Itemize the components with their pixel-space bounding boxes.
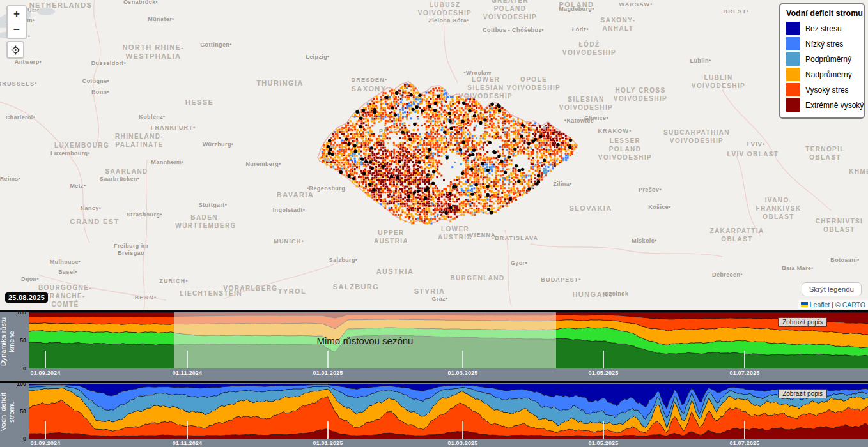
tick-mark	[327, 421, 329, 439]
legend-item: Bez stresu	[786, 22, 858, 35]
tick-mark	[187, 421, 188, 439]
tick-mark	[744, 351, 745, 368]
charts-panel: Mimo růstovou sezónu01.09.202401.11.2024…	[0, 310, 868, 447]
x-tick-label: 01.05.2025	[588, 440, 618, 446]
tick-mark	[462, 351, 463, 368]
tick-mark	[603, 421, 604, 439]
legend-swatch	[786, 37, 800, 50]
legend-item: Vysoký stres	[786, 83, 858, 96]
tick-mark	[462, 421, 463, 439]
legend-item: Podprůměrný	[786, 52, 858, 66]
x-tick-label: 01.07.2025	[729, 440, 759, 446]
off-season-label: Mimo růstovou sezónu	[317, 335, 414, 346]
legend-item-label: Nadprůměrný	[805, 70, 852, 79]
legend-item-label: Bez stresu	[805, 24, 842, 33]
tick-mark	[744, 421, 745, 439]
x-tick-label: 01.09.2024	[30, 440, 60, 446]
legend-swatch	[786, 83, 800, 96]
crosshair-icon	[11, 45, 20, 55]
water-deficit-chart[interactable]	[29, 384, 868, 439]
legend-item-label: Vysoký stres	[805, 86, 849, 95]
tick-mark	[187, 351, 188, 368]
borders-layer	[0, 0, 831, 310]
x-tick-label: 01.11.2024	[173, 370, 203, 376]
x-tick-label: 01.09.2024	[30, 370, 60, 376]
panel-divider-middle	[0, 381, 868, 383]
stacked-area-svg	[29, 384, 868, 439]
legend-item: Nadprůměrný	[786, 68, 858, 81]
locate-button[interactable]	[6, 41, 24, 59]
app: NETHERLANDSOsnabrück•Utrecht•Amsterdam•T…	[0, 0, 868, 447]
tick-mark	[45, 351, 46, 368]
legend-swatch	[786, 68, 800, 81]
x-tick-label: 01.01.2025	[313, 440, 343, 446]
legend-items: Bez stresuNízký stresPodprůměrnýNadprůmě…	[786, 22, 858, 112]
y-axis-title-text: Vodní deficit stromu	[0, 377, 16, 447]
zoom-in-button[interactable]: +	[8, 6, 26, 22]
y-axis-title-text: Dynamika růstu kmene	[0, 310, 16, 377]
attribution-separator: | ©	[832, 301, 840, 308]
growth-dynamics-chart[interactable]: Mimo růstovou sezónu	[29, 312, 868, 368]
carto-link[interactable]: CARTO	[842, 301, 865, 308]
show-description-button[interactable]: Zobrazit popis	[778, 317, 827, 327]
x-tick-label: 01.03.2025	[447, 370, 477, 376]
map-legend: Vodní deficit stromu Bez stresuNízký str…	[779, 3, 865, 119]
tick-mark	[327, 351, 329, 368]
hide-legend-button[interactable]: Skrýt legendu	[802, 282, 862, 296]
zoom-out-button[interactable]: −	[8, 22, 26, 38]
x-tick-label: 01.07.2025	[729, 370, 759, 376]
legend-swatch	[786, 98, 800, 112]
legend-item-label: Nízký stres	[805, 40, 843, 49]
map-attribution: Leaflet | © CARTO	[798, 300, 868, 309]
legend-item: Extrémně vysoký	[786, 98, 858, 112]
ukraine-flag-icon	[801, 302, 808, 307]
leaflet-link[interactable]: Leaflet	[810, 301, 830, 308]
legend-item-label: Podprůměrný	[805, 55, 851, 64]
off-season-overlay: Mimo růstovou sezónu	[174, 312, 556, 368]
legend-title: Vodní deficit stromu	[786, 9, 858, 18]
x-tick-label: 01.11.2024	[173, 440, 203, 446]
x-tick-label: 01.01.2025	[313, 370, 343, 376]
map-canvas[interactable]: NETHERLANDSOsnabrück•Utrecht•Amsterdam•T…	[0, 0, 868, 310]
x-tick-label: 01.03.2025	[447, 440, 477, 446]
tick-mark	[45, 421, 46, 439]
show-description-button[interactable]: Zobrazit popis	[778, 389, 827, 398]
tick-mark	[603, 351, 604, 368]
legend-item-label: Extrémně vysoký	[805, 101, 864, 110]
deficit-raster	[320, 83, 578, 224]
map-overlay-svg	[0, 0, 868, 310]
x-tick-label: 01.05.2025	[588, 370, 618, 376]
zoom-control: + −	[6, 5, 27, 39]
legend-swatch	[786, 52, 800, 66]
legend-swatch	[786, 22, 800, 35]
panel-divider-top	[0, 310, 868, 312]
date-chip: 25.08.2025	[5, 292, 48, 303]
legend-item: Nízký stres	[786, 37, 858, 50]
